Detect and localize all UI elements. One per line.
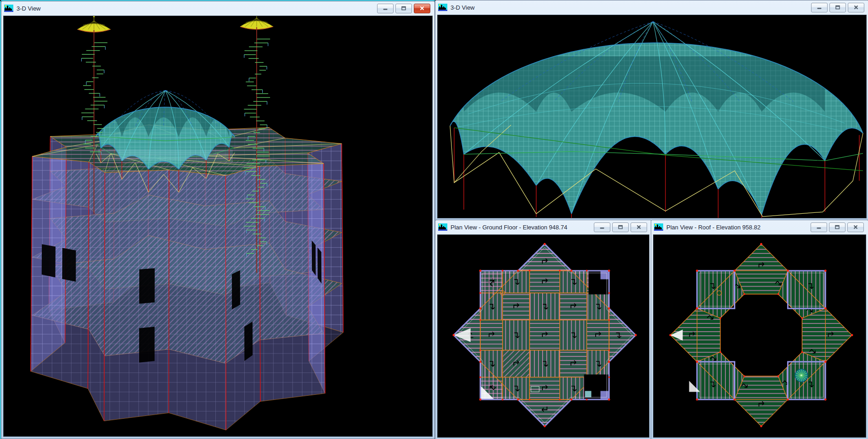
window-plan-roof: Plan View - Roof - Elevation 958.82 [651, 220, 868, 439]
close-button[interactable] [848, 3, 864, 12]
restore-button[interactable] [395, 4, 412, 13]
etabs-model-icon [438, 223, 447, 231]
window-title: Plan View - Ground Floor - Elevation 948… [451, 224, 567, 231]
window-controls [811, 222, 865, 232]
viewport-plan-roof[interactable] [653, 234, 866, 438]
etabs-model-icon [438, 4, 447, 11]
window-title: Plan View - Roof - Elevation 958.82 [666, 224, 761, 231]
scene-plan-ground [438, 235, 649, 437]
etabs-model-icon [654, 223, 663, 231]
close-button[interactable] [414, 4, 430, 13]
scene-3d-building [4, 16, 432, 436]
window-3d-dome: 3-D View [435, 0, 868, 221]
etabs-model-icon [4, 5, 13, 12]
window-title: 3-D View [17, 5, 41, 12]
viewport-3d-dome[interactable] [437, 15, 867, 218]
window-controls [594, 222, 648, 232]
window-titlebar[interactable]: Plan View - Ground Floor - Elevation 948… [435, 220, 651, 234]
minimize-button[interactable] [594, 222, 610, 232]
scene-plan-roof [654, 235, 866, 437]
window-controls [377, 4, 432, 13]
close-button[interactable] [631, 222, 647, 232]
window-title: 3-D View [451, 4, 475, 11]
window-plan-ground: Plan View - Ground Floor - Elevation 948… [435, 220, 652, 439]
restore-button[interactable] [829, 3, 846, 12]
window-titlebar[interactable]: Plan View - Roof - Elevation 958.82 [651, 220, 868, 234]
minimize-button[interactable] [377, 4, 394, 13]
restore-button[interactable] [612, 222, 629, 232]
window-controls [811, 3, 866, 12]
window-3d-main: 3-D View [1, 1, 435, 439]
minimize-button[interactable] [811, 3, 828, 12]
viewport-plan-ground[interactable] [437, 234, 649, 438]
window-titlebar[interactable]: 3-D View [1, 1, 434, 15]
window-titlebar[interactable]: 3-D View [435, 0, 868, 14]
viewport-3d-main[interactable] [3, 16, 433, 437]
close-button[interactable] [847, 222, 864, 232]
restore-button[interactable] [829, 222, 845, 232]
minimize-button[interactable] [811, 222, 827, 232]
scene-3d-dome [438, 15, 866, 218]
